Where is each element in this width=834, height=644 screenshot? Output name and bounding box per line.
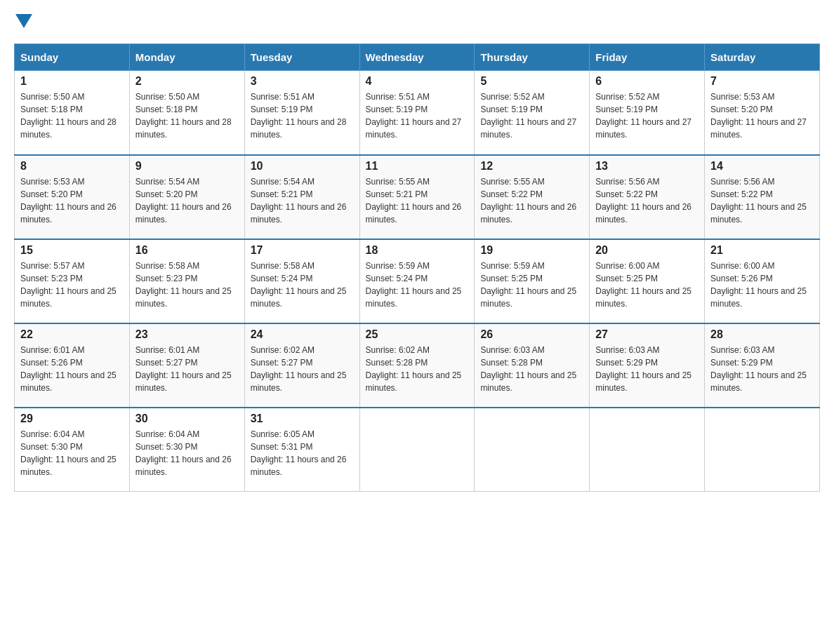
day-number: 17 [251,244,354,257]
day-info: Sunrise: 6:01 AM Sunset: 5:26 PM Dayligh… [20,344,124,394]
column-header-saturday: Saturday [705,44,820,71]
day-info: Sunrise: 6:03 AM Sunset: 5:29 PM Dayligh… [595,344,699,394]
calendar-cell: 18 Sunrise: 5:59 AM Sunset: 5:24 PM Dayl… [359,239,475,323]
day-info: Sunrise: 6:05 AM Sunset: 5:31 PM Dayligh… [251,428,354,478]
day-number: 31 [251,412,354,425]
calendar-cell [359,408,475,492]
day-info: Sunrise: 6:02 AM Sunset: 5:27 PM Dayligh… [251,344,354,394]
day-number: 3 [251,75,354,88]
calendar-header-row: SundayMondayTuesdayWednesdayThursdayFrid… [15,44,820,71]
day-info: Sunrise: 5:54 AM Sunset: 5:20 PM Dayligh… [135,175,239,226]
calendar-cell: 19 Sunrise: 5:59 AM Sunset: 5:25 PM Dayl… [475,239,590,323]
day-info: Sunrise: 5:53 AM Sunset: 5:20 PM Dayligh… [710,90,814,141]
day-number: 8 [20,160,124,173]
calendar-cell: 1 Sunrise: 5:50 AM Sunset: 5:18 PM Dayli… [15,71,130,155]
day-number: 11 [366,160,469,173]
day-number: 22 [20,328,124,341]
day-info: Sunrise: 5:52 AM Sunset: 5:19 PM Dayligh… [595,90,699,141]
calendar-cell: 13 Sunrise: 5:56 AM Sunset: 5:22 PM Dayl… [590,155,705,239]
column-header-wednesday: Wednesday [359,44,475,71]
day-number: 20 [595,244,699,257]
day-info: Sunrise: 5:53 AM Sunset: 5:20 PM Dayligh… [20,175,124,226]
day-number: 28 [710,328,814,341]
day-number: 30 [135,412,239,425]
column-header-friday: Friday [590,44,705,71]
calendar-cell: 21 Sunrise: 6:00 AM Sunset: 5:26 PM Dayl… [705,239,820,323]
calendar-cell: 28 Sunrise: 6:03 AM Sunset: 5:29 PM Dayl… [705,323,820,408]
calendar-cell: 5 Sunrise: 5:52 AM Sunset: 5:19 PM Dayli… [475,71,590,155]
calendar-cell: 14 Sunrise: 5:56 AM Sunset: 5:22 PM Dayl… [705,155,820,239]
calendar-cell: 29 Sunrise: 6:04 AM Sunset: 5:30 PM Dayl… [15,408,130,492]
page-header [14,14,820,29]
day-number: 13 [595,160,699,173]
column-header-monday: Monday [129,44,244,71]
day-info: Sunrise: 6:03 AM Sunset: 5:29 PM Dayligh… [710,344,814,394]
day-number: 23 [135,328,239,341]
day-info: Sunrise: 5:58 AM Sunset: 5:24 PM Dayligh… [251,260,354,310]
day-info: Sunrise: 5:51 AM Sunset: 5:19 PM Dayligh… [251,90,354,141]
calendar-cell: 26 Sunrise: 6:03 AM Sunset: 5:28 PM Dayl… [475,323,590,408]
calendar-week-row: 22 Sunrise: 6:01 AM Sunset: 5:26 PM Dayl… [15,323,820,408]
calendar-cell: 12 Sunrise: 5:55 AM Sunset: 5:22 PM Dayl… [475,155,590,239]
column-header-tuesday: Tuesday [244,44,359,71]
day-number: 2 [135,75,239,88]
day-info: Sunrise: 5:54 AM Sunset: 5:21 PM Dayligh… [251,175,354,226]
column-header-sunday: Sunday [15,44,130,71]
day-number: 6 [595,75,699,88]
calendar-cell: 16 Sunrise: 5:58 AM Sunset: 5:23 PM Dayl… [129,239,244,323]
calendar-cell: 11 Sunrise: 5:55 AM Sunset: 5:21 PM Dayl… [359,155,475,239]
day-info: Sunrise: 5:50 AM Sunset: 5:18 PM Dayligh… [20,90,124,141]
day-info: Sunrise: 6:00 AM Sunset: 5:26 PM Dayligh… [710,260,814,310]
calendar-cell: 8 Sunrise: 5:53 AM Sunset: 5:20 PM Dayli… [15,155,130,239]
day-number: 10 [251,160,354,173]
day-number: 1 [20,75,124,88]
day-info: Sunrise: 5:59 AM Sunset: 5:25 PM Dayligh… [480,260,583,310]
calendar-cell: 23 Sunrise: 6:01 AM Sunset: 5:27 PM Dayl… [129,323,244,408]
calendar-cell [705,408,820,492]
calendar-cell: 4 Sunrise: 5:51 AM Sunset: 5:19 PM Dayli… [359,71,475,155]
day-info: Sunrise: 5:51 AM Sunset: 5:19 PM Dayligh… [366,90,469,141]
day-number: 21 [710,244,814,257]
calendar-cell: 9 Sunrise: 5:54 AM Sunset: 5:20 PM Dayli… [129,155,244,239]
day-info: Sunrise: 6:04 AM Sunset: 5:30 PM Dayligh… [20,428,124,478]
day-info: Sunrise: 6:01 AM Sunset: 5:27 PM Dayligh… [135,344,239,394]
day-info: Sunrise: 5:55 AM Sunset: 5:22 PM Dayligh… [480,175,583,226]
calendar-cell: 2 Sunrise: 5:50 AM Sunset: 5:18 PM Dayli… [129,71,244,155]
calendar-cell: 7 Sunrise: 5:53 AM Sunset: 5:20 PM Dayli… [705,71,820,155]
day-info: Sunrise: 5:55 AM Sunset: 5:21 PM Dayligh… [366,175,469,226]
day-number: 29 [20,412,124,425]
day-number: 14 [710,160,814,173]
day-number: 9 [135,160,239,173]
day-number: 4 [366,75,469,88]
day-number: 16 [135,244,239,257]
day-info: Sunrise: 5:52 AM Sunset: 5:19 PM Dayligh… [480,90,583,141]
calendar-cell: 31 Sunrise: 6:05 AM Sunset: 5:31 PM Dayl… [244,408,359,492]
day-number: 26 [480,328,583,341]
calendar-week-row: 8 Sunrise: 5:53 AM Sunset: 5:20 PM Dayli… [15,155,820,239]
day-info: Sunrise: 5:59 AM Sunset: 5:24 PM Dayligh… [366,260,469,310]
logo [14,14,32,29]
day-number: 12 [480,160,583,173]
day-info: Sunrise: 6:02 AM Sunset: 5:28 PM Dayligh… [366,344,469,394]
day-number: 19 [480,244,583,257]
day-number: 24 [251,328,354,341]
calendar-cell: 22 Sunrise: 6:01 AM Sunset: 5:26 PM Dayl… [15,323,130,408]
day-number: 27 [595,328,699,341]
calendar-table: SundayMondayTuesdayWednesdayThursdayFrid… [14,43,820,492]
day-number: 15 [20,244,124,257]
day-number: 18 [366,244,469,257]
logo-triangle-icon [15,14,32,28]
calendar-week-row: 1 Sunrise: 5:50 AM Sunset: 5:18 PM Dayli… [15,71,820,155]
calendar-cell: 15 Sunrise: 5:57 AM Sunset: 5:23 PM Dayl… [15,239,130,323]
day-info: Sunrise: 5:56 AM Sunset: 5:22 PM Dayligh… [595,175,699,226]
calendar-cell: 27 Sunrise: 6:03 AM Sunset: 5:29 PM Dayl… [590,323,705,408]
day-info: Sunrise: 5:58 AM Sunset: 5:23 PM Dayligh… [135,260,239,310]
column-header-thursday: Thursday [475,44,590,71]
calendar-cell: 25 Sunrise: 6:02 AM Sunset: 5:28 PM Dayl… [359,323,475,408]
calendar-week-row: 29 Sunrise: 6:04 AM Sunset: 5:30 PM Dayl… [15,408,820,492]
day-info: Sunrise: 6:03 AM Sunset: 5:28 PM Dayligh… [480,344,583,394]
day-info: Sunrise: 6:00 AM Sunset: 5:25 PM Dayligh… [595,260,699,310]
calendar-cell: 24 Sunrise: 6:02 AM Sunset: 5:27 PM Dayl… [244,323,359,408]
calendar-cell: 6 Sunrise: 5:52 AM Sunset: 5:19 PM Dayli… [590,71,705,155]
day-info: Sunrise: 5:50 AM Sunset: 5:18 PM Dayligh… [135,90,239,141]
